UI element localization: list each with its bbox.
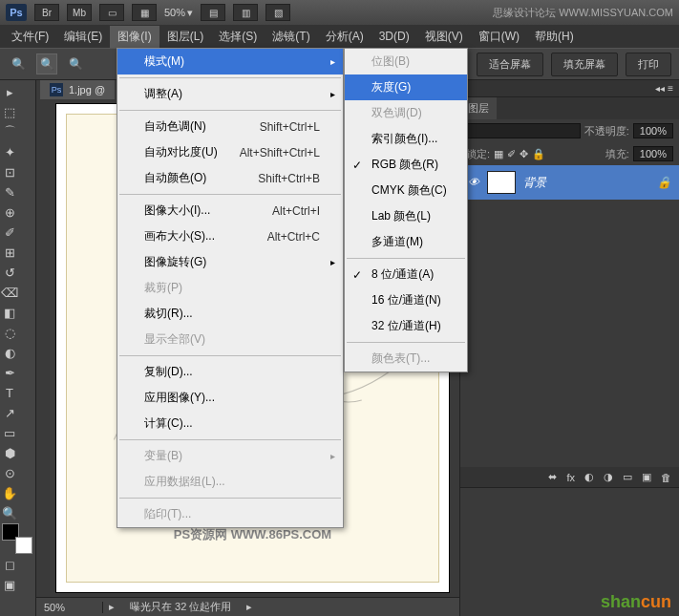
camera-tool-icon[interactable]: ⊙ <box>2 463 17 482</box>
mode-32bit[interactable]: 32 位/通道(H) <box>345 313 467 339</box>
mode-grayscale[interactable]: 灰度(G) <box>345 74 467 100</box>
status-zoom[interactable]: 50% <box>36 602 103 613</box>
fill-field[interactable]: 100% <box>633 146 673 161</box>
menu-image[interactable]: 图像(I) <box>110 26 159 48</box>
type-tool-icon[interactable]: T <box>2 383 17 402</box>
stamp-tool-icon[interactable]: ⊞ <box>2 243 17 262</box>
crop-tool-icon[interactable]: ⊡ <box>2 162 17 181</box>
marquee-tool-icon[interactable]: ⬚ <box>2 102 17 121</box>
menu-auto-color[interactable]: 自动颜色(O)Shift+Ctrl+B <box>117 165 343 191</box>
fit-screen-button[interactable]: 适合屏幕 <box>477 53 543 76</box>
menu-image-size[interactable]: 图像大小(I)...Alt+Ctrl+I <box>117 198 343 223</box>
panel-collapse-1[interactable]: ◂◂ ≡ <box>460 80 679 97</box>
blur-tool-icon[interactable]: ◌ <box>2 323 17 342</box>
blend-mode-select[interactable] <box>466 123 581 138</box>
mode-16bit[interactable]: 16 位/通道(N) <box>345 287 467 313</box>
chevron-right-icon[interactable]: ▸ <box>103 601 120 613</box>
menu-canvas-size[interactable]: 画布大小(S)...Alt+Ctrl+C <box>117 223 343 249</box>
quickmask-icon[interactable]: ◻ <box>2 555 17 574</box>
view-extras-icon[interactable]: ▤ <box>201 4 225 21</box>
screenmode-tool-icon[interactable]: ▣ <box>2 575 17 594</box>
eyedropper-tool-icon[interactable]: ✎ <box>2 182 17 202</box>
layer-row-background[interactable]: 👁 背景 🔒 <box>460 165 679 200</box>
opacity-label: 不透明度: <box>584 124 629 138</box>
menu-duplicate[interactable]: 复制(D)... <box>117 359 343 385</box>
mode-lab[interactable]: Lab 颜色(L) <box>345 203 467 229</box>
menu-image-rotation[interactable]: 图像旋转(G)▸ <box>117 249 343 275</box>
menu-mode[interactable]: 模式(M)▸ <box>117 49 343 74</box>
tool-preset-icon[interactable]: 🔍 <box>8 53 29 74</box>
menu-layer[interactable]: 图层(L) <box>159 26 212 48</box>
mode-8bit[interactable]: ✓8 位/通道(A) <box>345 262 467 287</box>
menu-calculations[interactable]: 计算(C)... <box>117 411 343 436</box>
print-size-button[interactable]: 打印 <box>626 53 671 76</box>
menu-window[interactable]: 窗口(W) <box>471 26 527 48</box>
layer-thumbnail[interactable] <box>487 171 516 194</box>
menu-separator <box>119 498 341 499</box>
menu-separator <box>119 355 341 356</box>
zoom-in-icon[interactable]: 🔍 <box>36 53 57 74</box>
zoom-tool-icon[interactable]: 🔍 <box>2 503 17 522</box>
3d-tool-icon[interactable]: ⬢ <box>2 443 17 462</box>
menu-analysis[interactable]: 分析(A) <box>318 26 371 48</box>
move-tool-icon[interactable]: ▸ <box>2 82 17 101</box>
menu-auto-contrast[interactable]: 自动对比度(U)Alt+Shift+Ctrl+L <box>117 139 343 165</box>
gradient-tool-icon[interactable]: ◧ <box>2 303 17 322</box>
bridge-icon[interactable]: Br <box>34 4 59 21</box>
history-brush-tool-icon[interactable]: ↺ <box>2 263 17 282</box>
eraser-tool-icon[interactable]: ⌫ <box>2 283 17 302</box>
fx-icon[interactable]: fx <box>566 472 575 483</box>
adjustment-icon[interactable]: ◑ <box>604 471 613 483</box>
mode-rgb[interactable]: ✓RGB 颜色(R) <box>345 152 467 178</box>
mode-multichannel[interactable]: 多通道(M) <box>345 229 467 255</box>
hand-tool-icon[interactable]: ✋ <box>2 483 17 502</box>
trash-icon[interactable]: 🗑 <box>661 472 671 483</box>
screen-mode-icon[interactable]: ▭ <box>99 4 124 21</box>
visibility-icon[interactable]: 👁 <box>468 176 479 189</box>
document-tab[interactable]: Ps 1.jpg @ <box>40 80 115 99</box>
dodge-tool-icon[interactable]: ◐ <box>2 343 17 362</box>
mode-duotone: 双色调(D) <box>345 100 467 126</box>
menu-adjustments[interactable]: 调整(A)▸ <box>117 81 343 107</box>
arrange-icon[interactable]: ▦ <box>132 4 157 21</box>
doc-tab-label: 1.jpg @ <box>69 84 105 96</box>
menu-trim[interactable]: 裁切(R)... <box>117 301 343 327</box>
pen-tool-icon[interactable]: ✒ <box>2 363 17 382</box>
menu-select[interactable]: 选择(S) <box>211 26 265 48</box>
mode-submenu-dropdown: 位图(B) 灰度(G) 双色调(D) 索引颜色(I)... ✓RGB 颜色(R)… <box>344 48 468 372</box>
lasso-tool-icon[interactable]: ⌒ <box>2 122 17 141</box>
menu-3d[interactable]: 3D(D) <box>371 27 417 46</box>
lock-pos-icon[interactable]: ✥ <box>520 148 528 160</box>
menu-view[interactable]: 视图(V) <box>417 26 471 48</box>
lock-all-icon[interactable]: 🔒 <box>532 148 545 160</box>
menu-edit[interactable]: 编辑(E) <box>56 26 110 48</box>
fill-screen-button[interactable]: 填充屏幕 <box>551 53 618 76</box>
brush-tool-icon[interactable]: ✐ <box>2 223 17 242</box>
opacity-field[interactable]: 100% <box>633 123 673 138</box>
brand-watermark: shancun <box>601 592 671 612</box>
lock-pixel-icon[interactable]: ✐ <box>507 148 516 160</box>
color-swatch-icon[interactable] <box>2 523 32 554</box>
new-layer-icon[interactable]: ▣ <box>642 471 651 483</box>
mini-bridge-icon[interactable]: Mb <box>67 4 92 21</box>
menu-apply-image[interactable]: 应用图像(Y)... <box>117 385 343 411</box>
mask-icon[interactable]: ◐ <box>584 471 594 483</box>
mode-indexed[interactable]: 索引颜色(I)... <box>345 126 467 152</box>
healing-tool-icon[interactable]: ⊕ <box>2 202 17 222</box>
menu-filter[interactable]: 滤镜(T) <box>265 26 317 48</box>
menu-auto-tone[interactable]: 自动色调(N)Shift+Ctrl+L <box>117 114 343 139</box>
menu-file[interactable]: 文件(F) <box>4 26 56 48</box>
view-rulers-icon[interactable]: ▥ <box>233 4 258 21</box>
zoom-out-icon[interactable]: 🔍 <box>65 53 86 74</box>
lock-trans-icon[interactable]: ▦ <box>494 148 503 160</box>
view-guides-icon[interactable]: ▧ <box>265 4 290 21</box>
menu-help[interactable]: 帮助(H) <box>527 26 582 48</box>
path-tool-icon[interactable]: ↗ <box>2 403 17 422</box>
shape-tool-icon[interactable]: ▭ <box>2 423 17 442</box>
mode-cmyk[interactable]: CMYK 颜色(C) <box>345 178 467 203</box>
link-icon[interactable]: ⬌ <box>548 471 557 483</box>
chevron-right-icon[interactable]: ▸ <box>241 601 258 613</box>
wand-tool-icon[interactable]: ✦ <box>2 142 17 161</box>
folder-icon[interactable]: ▭ <box>623 471 632 483</box>
zoom-select[interactable]: 50% ▾ <box>164 7 193 19</box>
